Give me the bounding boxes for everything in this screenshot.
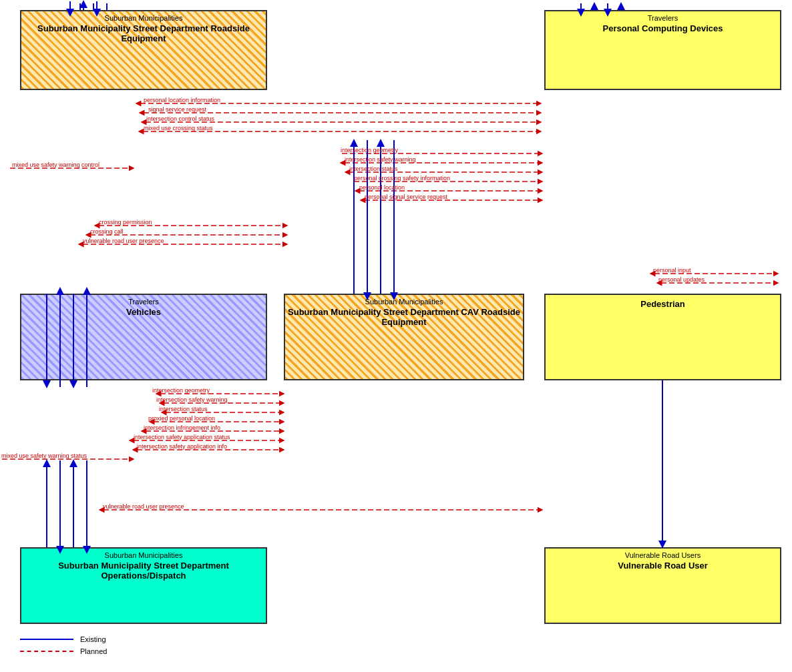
- legend-existing-label: Existing: [80, 635, 106, 643]
- label-personal-location-info: personal location information: [144, 97, 220, 103]
- label-intersection-safety-app-status: intersection safety application status: [134, 434, 230, 440]
- label-crossing-permission: crossing permission: [99, 219, 152, 226]
- box-travelers-computing: Travelers Personal Computing Devices: [544, 10, 781, 90]
- box-suburban-cav: Suburban Municipalities Suburban Municip…: [284, 294, 524, 380]
- label-personal-input: personal input: [653, 267, 691, 274]
- label-signal-service-req: signal service request: [148, 106, 206, 113]
- label-proxied-personal-loc: proxied personal location: [148, 415, 215, 422]
- box-pedestrian: Pedestrian: [544, 294, 781, 380]
- legend-planned-label: Planned: [80, 647, 107, 655]
- legend: Existing Planned: [20, 635, 107, 655]
- suburban-ops-header: Suburban Municipalities: [24, 551, 263, 559]
- travelers-computing-header: Travelers: [548, 14, 777, 22]
- suburban-ops-title: Suburban Municipality Street Department …: [24, 561, 263, 581]
- label-personal-location-center: personal location: [359, 184, 405, 191]
- label-mixed-use-warning-ctrl: mixed use safety warning control: [12, 161, 100, 168]
- suburban-cav-header: Suburban Municipalities: [288, 298, 520, 306]
- label-vru-presence-top: vulnerable road user presence: [83, 238, 164, 244]
- box-suburban-ops: Suburban Municipalities Suburban Municip…: [20, 547, 267, 624]
- label-intersection-safety-app-info: intersection safety application info: [137, 443, 227, 450]
- label-intersection-geo-top: intersection geometry: [341, 147, 398, 153]
- label-crossing-call: crossing call: [90, 228, 124, 235]
- legend-existing: Existing: [20, 635, 107, 643]
- legend-planned-line: [20, 651, 73, 652]
- diagram-container: Suburban Municipalities Suburban Municip…: [0, 0, 792, 634]
- label-personal-crossing-safety: personal crossing safety information: [354, 175, 450, 182]
- label-intersection-status-top: intersection status: [349, 165, 398, 172]
- legend-planned: Planned: [20, 647, 107, 655]
- label-intersection-geo-mid: intersection geometry: [152, 387, 210, 394]
- label-intersection-control: intersection control status: [146, 115, 214, 122]
- vulnerable-header: Vulnerable Road Users: [548, 551, 777, 559]
- suburban-cav-title: Suburban Municipality Street Department …: [288, 307, 520, 327]
- box-suburban-roadside: Suburban Municipalities Suburban Municip…: [20, 10, 267, 90]
- box-travelers-vehicles: Travelers Vehicles: [20, 294, 267, 380]
- label-mixed-use-crossing: mixed use crossing status: [144, 125, 213, 131]
- vulnerable-title: Vulnerable Road User: [548, 561, 777, 571]
- label-personal-signal-svc: personal signal service request: [365, 194, 447, 200]
- travelers-vehicles-title: Vehicles: [24, 307, 263, 317]
- label-vru-presence-bottom: vulnerable road user presence: [103, 503, 184, 510]
- label-intersection-infringement: intersection infringement info: [144, 424, 220, 431]
- label-intersection-safety-warn-top: intersection safety warning: [345, 156, 416, 163]
- suburban-roadside-title: Suburban Municipality Street Department …: [24, 23, 263, 43]
- label-personal-updates: personal updates: [658, 276, 705, 283]
- label-intersection-status-mid: intersection status: [159, 406, 208, 412]
- label-intersection-safety-warn-mid: intersection safety warning: [156, 396, 228, 403]
- travelers-vehicles-header: Travelers: [24, 298, 263, 306]
- suburban-roadside-header: Suburban Municipalities: [24, 14, 263, 22]
- travelers-computing-title: Personal Computing Devices: [548, 23, 777, 33]
- legend-existing-line: [20, 639, 73, 640]
- box-vulnerable: Vulnerable Road Users Vulnerable Road Us…: [544, 547, 781, 624]
- pedestrian-title: Pedestrian: [548, 299, 777, 309]
- label-mixed-use-warning-status: mixed use safety warning status: [1, 452, 87, 459]
